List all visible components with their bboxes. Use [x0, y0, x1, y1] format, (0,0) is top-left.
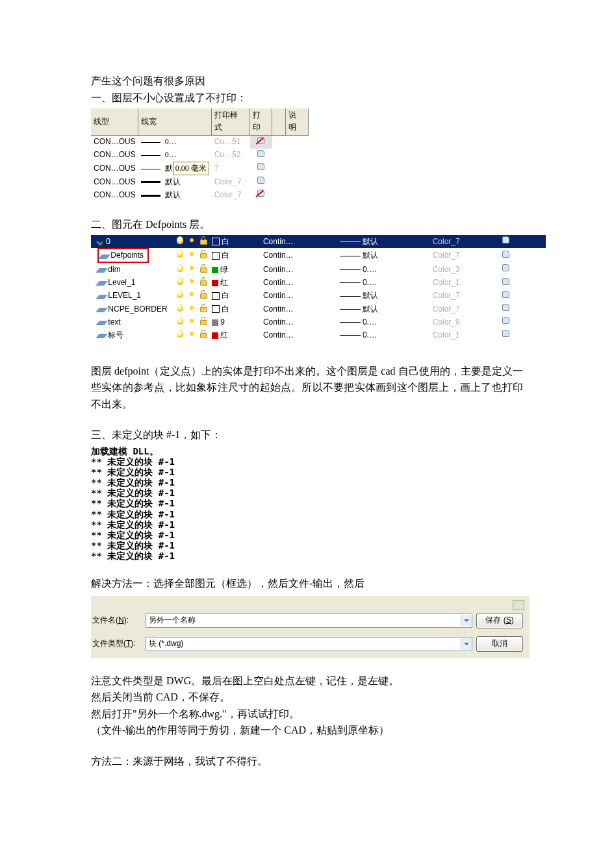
- layer-color-cell[interactable]: 红: [209, 277, 261, 290]
- filetype-label: 文件类型(T):: [91, 638, 142, 650]
- lightbulb-icon: [177, 304, 183, 312]
- layer-freeze-toggle[interactable]: [186, 277, 198, 290]
- layer-freeze-toggle[interactable]: [186, 235, 198, 248]
- layer-plot-toggle[interactable]: [500, 290, 512, 303]
- layer-lock-toggle[interactable]: [198, 316, 209, 329]
- layer-lock-toggle[interactable]: [198, 277, 209, 290]
- layer-name-cell: Defpoints: [91, 248, 174, 263]
- layer-color-cell[interactable]: 绿: [209, 263, 261, 276]
- layer-plot-toggle[interactable]: [500, 303, 512, 316]
- filename-combo[interactable]: [146, 614, 472, 628]
- layer-on-toggle[interactable]: [174, 290, 186, 303]
- layer-on-toggle[interactable]: [174, 303, 186, 316]
- layer-lock-toggle[interactable]: [198, 290, 209, 303]
- printer-icon: [256, 149, 266, 158]
- layer-on-toggle[interactable]: [174, 235, 186, 248]
- dropdown-arrow-icon[interactable]: [461, 615, 472, 626]
- layer-color-cell[interactable]: 红: [209, 329, 261, 341]
- layer-on-toggle[interactable]: [174, 248, 186, 263]
- layer-lineweight-cell: 0.…: [337, 329, 430, 341]
- layer-freeze-toggle[interactable]: [186, 290, 198, 303]
- layer-lineweight-cell: 0.…: [337, 277, 430, 290]
- filename-input[interactable]: [146, 614, 461, 626]
- layer-lock-toggle[interactable]: [198, 248, 209, 263]
- layer-icon: [97, 280, 106, 286]
- layer-list-table: 0 白Contin… 默认Color_7 Defpoints 白Contin… …: [91, 235, 546, 342]
- cmd-line: ** 未定义的块 #-1: [91, 551, 523, 561]
- cell-lineweight: 0…: [138, 149, 212, 162]
- layer-icon: [97, 332, 106, 338]
- filetype-combo[interactable]: [146, 637, 472, 651]
- layer-plot-toggle[interactable]: [500, 277, 512, 290]
- layer-plot-toggle[interactable]: [500, 235, 512, 248]
- lock-icon: [199, 290, 207, 298]
- layer-lock-toggle[interactable]: [198, 303, 209, 316]
- color-swatch-icon: [212, 267, 218, 273]
- layer-on-toggle[interactable]: [174, 329, 186, 341]
- cell-print-toggle[interactable]: [250, 175, 272, 188]
- no-print-icon: [256, 136, 266, 145]
- table-row: CON…OUS 默认Color_7: [91, 188, 309, 201]
- cell-linetype: CON…OUS: [91, 162, 138, 175]
- layer-freeze-toggle[interactable]: [186, 303, 198, 316]
- layer-color-cell[interactable]: 白: [209, 248, 261, 263]
- table-row: CON…OUS 默0.00 毫米7: [91, 162, 309, 175]
- layer-color-cell[interactable]: 白: [209, 235, 261, 248]
- layer-freeze-toggle[interactable]: [186, 329, 198, 341]
- note-3: 然后打开"另外一个名称.dwg."，再试试打印。: [91, 706, 523, 723]
- layer-name-cell: LEVEL_1: [91, 290, 174, 303]
- layer-row[interactable]: 标号 红Contin… 0.…Color_1: [91, 329, 546, 341]
- layer-color-cell[interactable]: 9: [209, 316, 261, 329]
- dialog-mini-icon: [513, 600, 524, 610]
- sun-icon: [188, 277, 196, 285]
- lightbulb-icon: [177, 250, 183, 258]
- cell-print-toggle[interactable]: [250, 188, 272, 201]
- cell-lineweight: 0…: [138, 135, 212, 149]
- layer-freeze-toggle[interactable]: [186, 263, 198, 276]
- lightbulb-icon: [177, 290, 183, 298]
- layer-plot-toggle[interactable]: [500, 329, 512, 341]
- layer-freeze-toggle[interactable]: [186, 248, 198, 263]
- layer-lock-toggle[interactable]: [198, 329, 209, 341]
- layer-plotstyle-cell: Color_7: [430, 303, 500, 316]
- cell-print-toggle[interactable]: [250, 162, 272, 175]
- layer-row[interactable]: text 9Contin… 0.…Color_9: [91, 316, 546, 329]
- filename-label: 文件名(N):: [91, 614, 142, 626]
- layer-on-toggle[interactable]: [174, 316, 186, 329]
- layer-icon: [97, 306, 106, 312]
- cancel-button[interactable]: 取消: [476, 636, 523, 652]
- layer-on-toggle[interactable]: [174, 277, 186, 290]
- layer-color-cell[interactable]: 白: [209, 290, 261, 303]
- solution-1-text: 解决方法一：选择全部图元（框选），然后文件-输出，然后: [91, 575, 523, 592]
- layer-plot-toggle[interactable]: [500, 316, 512, 329]
- layer-plot-toggle[interactable]: [500, 248, 512, 263]
- filename-accel: N: [118, 615, 124, 625]
- layer-plot-toggle[interactable]: [500, 263, 512, 276]
- dropdown-arrow-icon[interactable]: [461, 638, 472, 650]
- layer-row[interactable]: dim 绿Contin… 0.…Color_3: [91, 263, 546, 276]
- cmd-line: ** 未定义的块 #-1: [91, 488, 523, 498]
- current-layer-check-icon: [97, 238, 104, 244]
- cell-plotstyle: Color_7: [212, 188, 250, 201]
- col-lineweight: 线宽: [138, 108, 212, 135]
- layer-freeze-toggle[interactable]: [186, 316, 198, 329]
- layer-row[interactable]: NCPE_BORDER 白Contin… 默认Color_7: [91, 303, 546, 316]
- sun-icon: [188, 250, 196, 258]
- filetype-input[interactable]: [146, 638, 461, 650]
- layer-lock-toggle[interactable]: [198, 263, 209, 276]
- layer-row[interactable]: Level_1 红Contin… 0.…Color_1: [91, 277, 546, 290]
- printer-icon: [501, 303, 511, 312]
- save-button[interactable]: 保存 (S): [476, 613, 523, 628]
- layer-lineweight-cell: 0.…: [337, 263, 430, 276]
- layer-lock-toggle[interactable]: [198, 235, 209, 248]
- layer-row[interactable]: Defpoints 白Contin… 默认Color_7: [91, 248, 546, 263]
- cell-print-toggle[interactable]: [250, 149, 272, 162]
- layer-print-settings-table: 线型 线宽 打印样式 打印 说明 CON…OUS 0…Co…51CON…OUS …: [91, 108, 309, 201]
- layer-row[interactable]: LEVEL_1 白Contin… 默认Color_7: [91, 290, 546, 303]
- layer-name-cell: NCPE_BORDER: [91, 303, 174, 316]
- layer-linetype-cell: Contin…: [261, 263, 337, 276]
- cell-print-toggle[interactable]: [250, 135, 272, 149]
- layer-color-cell[interactable]: 白: [209, 303, 261, 316]
- layer-on-toggle[interactable]: [174, 263, 186, 276]
- layer-row[interactable]: 0 白Contin… 默认Color_7: [91, 235, 546, 248]
